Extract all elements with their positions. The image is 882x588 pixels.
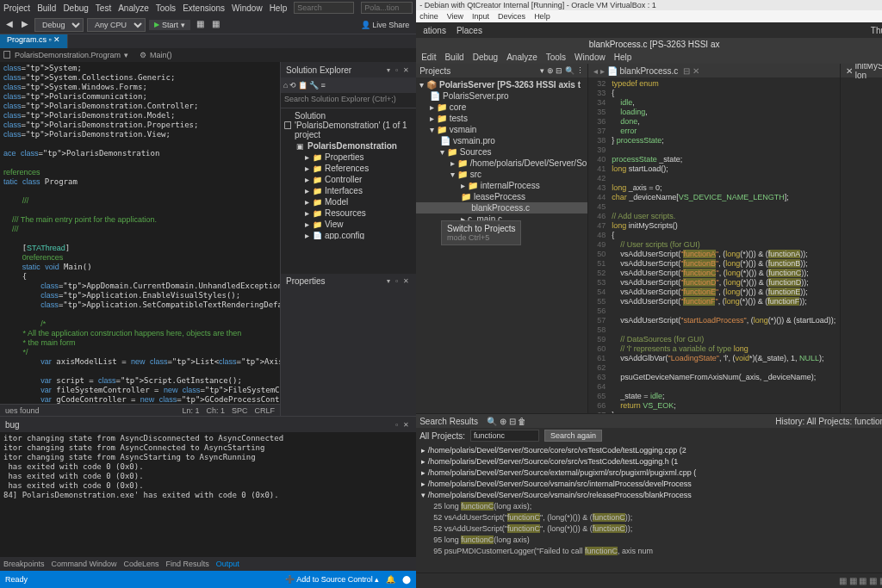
tree-item[interactable]: 📁 leaseProcess — [416, 191, 587, 202]
tree-item[interactable]: ▸ 📄app.config — [281, 230, 416, 239]
search-results-pane: Search Results🔍 ⊕ ⊟ 🗑History: All Projec… — [416, 413, 882, 573]
vm-title: - Debian with QtCreator Internal [Runnin… — [416, 0, 882, 10]
tree-item[interactable]: ▸ 📁 core — [416, 102, 587, 113]
vs-search-input[interactable] — [294, 2, 354, 14]
editor-statusbar: ues found Ln: 1Ch: 1SPCCRLF — [0, 404, 280, 416]
forward-icon[interactable]: ▶ — [19, 19, 31, 31]
vs-menubar[interactable]: ProjectBuildDebugTestAnalyzeToolsExtensi… — [0, 0, 416, 15]
tree-item[interactable]: blankProcess.c — [416, 202, 587, 214]
output-text[interactable]: itor changing state from AsyncDisconnect… — [0, 432, 416, 557]
vs-toolbar: ◀ ▶ Debug Any CPU Start ▾ ▦ ▦ 👤 Live Sha… — [0, 15, 416, 34]
qtcreator-title: blankProcess.c [PS-3263 HSSI ax — [416, 38, 882, 50]
search-result[interactable]: ▸ /home/polaris/Devel/Server/Source/vsma… — [416, 479, 882, 490]
tree-item[interactable]: ▾ 📁 Sources — [416, 146, 587, 158]
vm-menubar[interactable]: chineViewInputDevicesHelp — [416, 10, 882, 22]
search-again-button[interactable]: Search again — [544, 430, 602, 442]
search-result[interactable]: ▸ /home/polaris/Devel/Server/Source/core… — [416, 456, 882, 467]
code-editor[interactable]: class="tp">System; class="tp">System.Col… — [0, 62, 280, 416]
tree-item[interactable]: 📄 PolarisServer.pro — [416, 90, 587, 102]
visual-studio-window: ProjectBuildDebugTestAnalyzeToolsExtensi… — [0, 0, 416, 588]
qt-menubar[interactable]: EditBuildDebugAnalyzeToolsWindowHelp — [416, 50, 882, 64]
tree-item[interactable]: ▸ 📁Model — [281, 196, 416, 207]
qt-statusbar: ▦ ▦ ▦ ▦ ▦ — [416, 573, 882, 588]
vs-tabs: Program.cs ▫ ✕ — [0, 34, 416, 48]
search-result[interactable]: 25 long functionC(long axis); — [416, 501, 882, 512]
vs-statusbar: Ready ➕ Add to Source Control ▴🔔⬤ — [0, 571, 416, 588]
search-result[interactable]: ▾ /home/polaris/Devel/Server/Source/vsma… — [416, 490, 882, 501]
tree-item[interactable]: ▸ 📁View — [281, 219, 416, 230]
status-ready: Ready — [5, 575, 28, 584]
panel-title: Solution Explorer▾ ▫ ✕ — [281, 62, 416, 77]
back-icon[interactable]: ◀ — [3, 19, 16, 31]
search-result[interactable]: 95 long functionC(long axis) — [416, 535, 882, 546]
output-panel: bug▫ ✕ itor changing state from AsyncDis… — [0, 417, 416, 571]
search-term-input[interactable] — [470, 430, 539, 442]
tree-item[interactable]: ▸ 📁 tests — [416, 113, 587, 124]
vs-search2-input[interactable] — [361, 2, 413, 14]
properties-title: Properties▾ ▫ ✕ — [281, 274, 416, 289]
tooltip: Switch to Projects mode Ctrl+5 — [441, 220, 521, 245]
toolbar-icon[interactable]: ▦ — [209, 19, 221, 31]
search-result[interactable]: ▸ /home/polaris/Devel/Server/Source/exte… — [416, 467, 882, 479]
tree-item[interactable]: ▸ 📁 internalProcess — [416, 180, 587, 191]
solution-explorer: Solution Explorer▾ ▫ ✕ ⌂⟲📋🔧≡ Search Solu… — [280, 62, 416, 416]
tree-item[interactable]: ▸ 📁Properties — [281, 152, 416, 163]
output-tabs[interactable]: BreakpointsCommand WindowCodeLensFind Re… — [0, 557, 416, 571]
liveshare-button[interactable]: 👤 Live Share — [357, 21, 413, 29]
explorer-toolbar[interactable]: ⌂⟲📋🔧≡ — [281, 77, 416, 93]
editor-tab[interactable]: Program.cs ▫ ✕ — [0, 34, 68, 48]
config-dropdown[interactable]: Debug — [34, 18, 84, 32]
tree-item[interactable]: ▾ 📁 src — [416, 169, 587, 180]
search-result[interactable]: 95 psuPMDICustomerLogger("Failed to call… — [416, 546, 882, 557]
search-result[interactable]: ▸ /home/polaris/Devel/Server/Source/core… — [416, 445, 882, 456]
qt-editor-2[interactable]: ✕ initMyScripts(): lon — [841, 64, 882, 413]
breadcrumb[interactable]: 🞎PolarisDemonstration.Program▾ ⚙Main() — [0, 48, 416, 62]
start-button[interactable]: Start ▾ — [149, 20, 190, 30]
tree-item[interactable]: ▸ 📁Interfaces — [281, 185, 416, 196]
platform-dropdown[interactable]: Any CPU — [87, 18, 146, 32]
tree-item[interactable]: ▸ 📁References — [281, 163, 416, 174]
qt-editor-1[interactable]: ◂ ▸ 📄 blankProcess.c⊟ ✕ 3233343536373839… — [588, 64, 841, 413]
tree-item[interactable]: ▸ 📁Resources — [281, 207, 416, 219]
toolbar-icon[interactable]: ▦ — [194, 19, 206, 31]
gnome-topbar[interactable]: ationsPlacesThu — [416, 22, 882, 38]
search-scope: All Projects: — [419, 431, 465, 441]
search-result[interactable]: 52 vsAddUserScript("functionC", (long(*)… — [416, 512, 882, 523]
virtualbox-window: - Debian with QtCreator Internal [Runnin… — [416, 0, 882, 588]
tree-item[interactable]: ▸ 📁 /home/polaris/Devel/Server/So — [416, 158, 587, 169]
explorer-search[interactable]: Search Solution Explorer (Ctrl+;) — [281, 93, 416, 108]
add-source-control[interactable]: ➕ Add to Source Control ▴ — [285, 575, 379, 584]
tree-item[interactable]: ▸ 📁Controller — [281, 174, 416, 185]
search-result[interactable]: 52 vsAddUserScript("functionC", (long(*)… — [416, 523, 882, 535]
tree-item[interactable]: 📄 vsmain.pro — [416, 135, 587, 146]
tree-item[interactable]: ▾ 📁 vsmain — [416, 124, 587, 135]
